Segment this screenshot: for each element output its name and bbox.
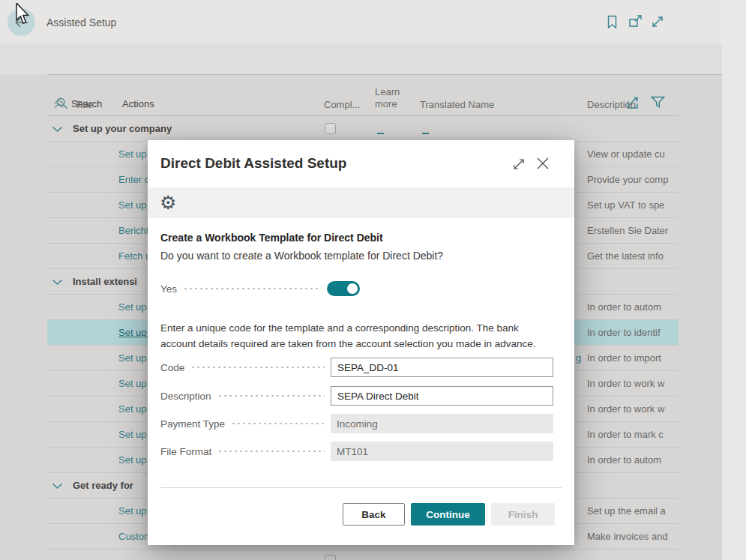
row-title[interactable]: Set up your company: [73, 123, 172, 134]
field-input: MT101: [331, 442, 553, 461]
row-description: Make invoices and: [587, 531, 679, 542]
dotted-leader: [190, 367, 325, 368]
row-description: View or update cu: [587, 148, 679, 160]
toolbar-divider: [47, 74, 722, 75]
chevron-down-icon[interactable]: [52, 279, 63, 286]
dialog-close-icon[interactable]: [536, 157, 551, 172]
dialog-question: Do you want to create a Workbook templat…: [160, 250, 443, 262]
field-input[interactable]: SEPA Direct Debit: [331, 386, 553, 406]
dotted-leader: [217, 395, 325, 397]
chevron-down-icon[interactable]: [52, 483, 63, 490]
completed-checkbox: [325, 555, 336, 560]
dialog-title: Direct Debit Assisted Setup: [160, 155, 346, 172]
collapse-all-icon[interactable]: [52, 97, 65, 109]
dialog-field-row: Description SEPA Direct Debit: [160, 386, 553, 406]
filter-icon[interactable]: [651, 95, 665, 109]
row-description: In order to import: [587, 352, 679, 364]
field-input: Incoming: [331, 414, 553, 433]
dotted-leader: [231, 423, 325, 424]
dialog-buttons: Back Continue Finish: [343, 503, 555, 526]
gear-icon: ⚙: [160, 192, 176, 213]
field-label: Description: [160, 391, 211, 402]
row-description: In order to autom: [587, 301, 679, 313]
action-toolbar: Search Actions: [0, 43, 746, 75]
direct-debit-assisted-setup-dialog: Direct Debit Assisted Setup ⚙ Create a W…: [148, 140, 574, 545]
row-description: In order to mark c: [587, 429, 679, 440]
learn-more-link[interactable]: [377, 133, 384, 134]
create-template-toggle[interactable]: [327, 281, 360, 296]
dialog-icon-band: ⚙: [148, 187, 574, 218]
row-description: In order to work w: [587, 378, 679, 389]
row-description: In order to autom: [587, 454, 679, 466]
scrollbar-track[interactable]: [722, 0, 746, 560]
column-header-description[interactable]: Description: [587, 99, 636, 110]
field-label: File Format: [160, 446, 211, 457]
column-header-translated-name[interactable]: Translated Name: [420, 99, 494, 110]
dotted-leader: [217, 451, 325, 452]
dialog-footer-divider: [160, 487, 562, 488]
dialog-expand-icon[interactable]: [513, 158, 526, 172]
mouse-cursor: [15, 3, 31, 25]
create-template-toggle-row: Yes: [160, 281, 360, 296]
dialog-field-row: File Format MT101: [160, 442, 553, 461]
actions-button[interactable]: Actions: [122, 98, 154, 109]
row-description: Set up VAT to spe: [587, 199, 679, 211]
row-title[interactable]: Install extensi: [73, 276, 137, 287]
assisted-setup-page: Assisted Setup Search Actions Title Comp…: [0, 0, 746, 560]
dialog-heading: Create a Workbook Template for Direct De…: [160, 232, 383, 244]
field-label: Payment Type: [160, 418, 225, 430]
toggle-label: Yes: [160, 283, 177, 295]
expand-icon[interactable]: [651, 15, 666, 30]
continue-button[interactable]: Continue: [411, 503, 485, 526]
toggle-knob: [347, 283, 358, 294]
completed-checkbox[interactable]: [325, 123, 336, 134]
row-description: Set up the email a: [587, 505, 679, 517]
page-title: Assisted Setup: [46, 16, 116, 28]
row-title[interactable]: Get ready for: [73, 480, 133, 491]
finish-button: Finish: [491, 503, 555, 526]
bookmark-icon[interactable]: [606, 15, 621, 30]
column-header-learn-more[interactable]: Learn more: [375, 86, 409, 110]
row-description: Provide your comp: [587, 174, 679, 185]
column-header-completed[interactable]: Compl...: [324, 99, 360, 110]
dialog-field-row: Code SEPA_DD-01: [160, 358, 553, 377]
dialog-paragraph: Enter a unique code for the template and…: [160, 320, 554, 352]
table-row[interactable]: Set up your company: [47, 116, 679, 142]
dotted-leader: [183, 288, 321, 289]
row-description: In order to work w: [587, 403, 679, 415]
top-bar: Assisted Setup: [0, 0, 746, 43]
back-button[interactable]: Back: [343, 503, 405, 526]
row-description: In order to identif: [587, 327, 679, 338]
field-input[interactable]: SEPA_DD-01: [331, 358, 553, 377]
translated-name-link[interactable]: [422, 133, 429, 134]
column-header-title[interactable]: Title: [75, 99, 93, 110]
open-in-window-icon[interactable]: [628, 15, 643, 30]
dialog-field-row: Payment Type Incoming: [160, 414, 553, 433]
row-description: Erstellen Sie Dater: [587, 225, 679, 236]
translated-name-fragment: g: [576, 352, 581, 364]
partial-table-row: [47, 550, 679, 560]
field-label: Code: [160, 362, 184, 373]
chevron-down-icon[interactable]: [52, 126, 63, 133]
row-description: Get the latest info: [587, 250, 679, 262]
